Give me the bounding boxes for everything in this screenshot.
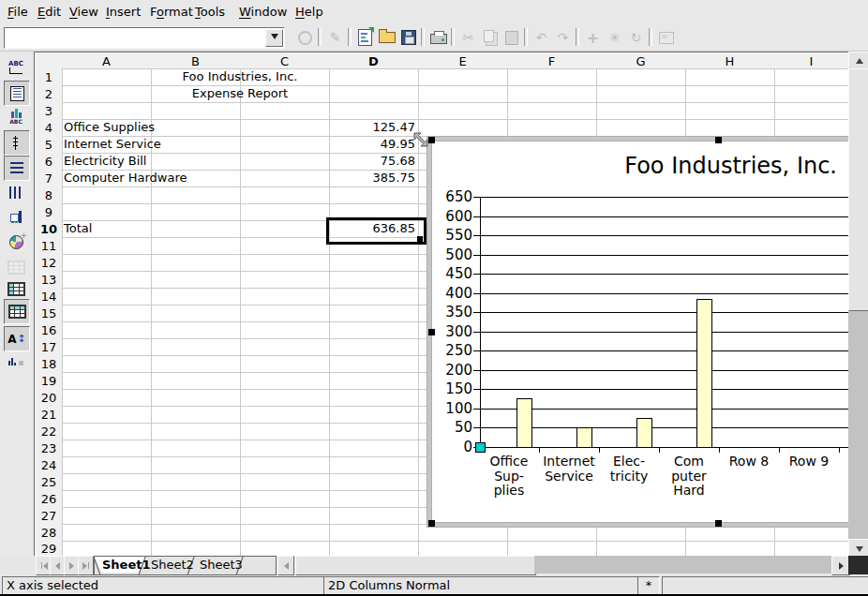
column-header-B[interactable]: B	[151, 52, 241, 70]
row-header-28[interactable]: 28	[34, 524, 64, 542]
bar-elec-tricity[interactable]	[636, 418, 652, 448]
y-axis-line[interactable]	[480, 197, 481, 448]
column-header-E[interactable]: E	[418, 52, 508, 70]
scroll-up-button[interactable]	[848, 52, 868, 70]
column-header-F[interactable]: F	[507, 52, 597, 70]
bar-internet-service[interactable]	[576, 427, 592, 448]
mini-chart-icon[interactable]	[4, 350, 28, 373]
category-label-2[interactable]: Internet Service	[539, 454, 599, 484]
horizontal-scrollbar-thumb[interactable]	[295, 556, 536, 575]
menu-window[interactable]: Window	[239, 0, 287, 23]
table-icon[interactable]	[4, 256, 28, 279]
bar-style-icon[interactable]	[4, 205, 28, 229]
active-cell-border[interactable]	[326, 217, 427, 245]
column-header-G[interactable]: G	[596, 52, 686, 70]
axis-ticks-icon[interactable]	[4, 130, 30, 156]
cell-D4[interactable]: 125.47	[329, 119, 415, 136]
cell-A7[interactable]: Computer Hardware	[64, 170, 187, 186]
row-header-10[interactable]: 10	[34, 220, 64, 238]
row-header-27[interactable]: 27	[34, 507, 64, 525]
row-header-23[interactable]: 23	[34, 440, 64, 457]
chart-title[interactable]: Foo Industries, Inc.	[624, 153, 837, 179]
row-header-15[interactable]: 15	[34, 305, 64, 322]
font-size-icon[interactable]: A↕	[4, 326, 30, 351]
menu-help[interactable]: Help	[295, 0, 323, 23]
vertical-scrollbar[interactable]	[848, 52, 868, 556]
chart-selection-handle-3[interactable]	[428, 329, 435, 335]
pie-wizard-icon[interactable]: +	[4, 231, 28, 254]
cell-B2[interactable]: Expense Report	[151, 85, 329, 102]
horizontal-scrollbar-track[interactable]	[534, 556, 831, 574]
stop-icon[interactable]	[294, 27, 316, 48]
tab-sheet2[interactable]: Sheet2	[151, 557, 192, 574]
copy-icon[interactable]	[479, 27, 501, 48]
row-header-12[interactable]: 12	[34, 254, 64, 272]
row-header-4[interactable]: 4	[34, 119, 64, 137]
select-all-corner[interactable]	[34, 52, 64, 70]
column-header-A[interactable]: A	[62, 52, 152, 70]
row-header-18[interactable]: 18	[34, 355, 64, 373]
x-axis-selection-handle[interactable]	[475, 442, 486, 453]
chart-selection-handle-4[interactable]	[428, 520, 435, 527]
bar-com-puter-hard[interactable]	[696, 299, 712, 448]
cell-B1[interactable]: Foo Industries, Inc.	[151, 68, 329, 85]
cell-A6[interactable]: Electricity Bill	[64, 153, 146, 170]
tab-sheet3[interactable]: Sheet3	[200, 557, 241, 574]
cell-A10[interactable]: Total	[64, 220, 92, 237]
row-header-3[interactable]: 3	[34, 102, 64, 120]
row-header-8[interactable]: 8	[34, 186, 64, 204]
chart-labels-icon[interactable]: ABC	[4, 105, 28, 128]
menu-view[interactable]: View	[69, 0, 98, 23]
row-header-2[interactable]: 2	[34, 85, 64, 103]
tab-last-button[interactable]	[78, 556, 94, 575]
undo-icon[interactable]: ↶	[531, 27, 552, 48]
row-header-13[interactable]: 13	[34, 271, 64, 289]
category-label-4[interactable]: Com puter Hard	[659, 454, 719, 499]
category-label-3[interactable]: Elec- tricity	[599, 454, 659, 484]
frame-icon[interactable]	[655, 27, 677, 48]
cell-A5[interactable]: Internet Service	[64, 136, 161, 153]
scroll-right-button[interactable]	[831, 556, 850, 575]
row-header-17[interactable]: 17	[34, 338, 64, 356]
menu-file[interactable]: File	[7, 0, 28, 23]
save-icon[interactable]	[397, 27, 419, 48]
row-header-16[interactable]: 16	[34, 321, 64, 339]
h-gridlines-icon[interactable]	[4, 156, 30, 181]
row-header-25[interactable]: 25	[34, 473, 64, 491]
row-header-14[interactable]: 14	[34, 288, 64, 305]
legend-icon[interactable]	[4, 81, 30, 106]
name-box-input[interactable]	[6, 29, 268, 47]
tab-scroll-left-button[interactable]	[277, 556, 294, 575]
row-header-19[interactable]: 19	[34, 372, 64, 390]
row-header-11[interactable]: 11	[34, 237, 64, 255]
column-header-C[interactable]: C	[240, 52, 330, 70]
menu-insert[interactable]: Insert	[106, 0, 141, 23]
row-header-7[interactable]: 7	[34, 170, 64, 187]
redo-icon[interactable]: ↷	[552, 27, 574, 48]
paste-icon[interactable]	[501, 27, 522, 48]
print-icon[interactable]	[427, 27, 449, 48]
chart-selection-handle-2[interactable]	[715, 137, 722, 143]
cell-D7[interactable]: 385.75	[329, 170, 415, 186]
bar-office-sup-plies[interactable]	[516, 398, 532, 448]
vertical-scrollbar-thumb[interactable]	[848, 68, 868, 311]
row-header-1[interactable]: 1	[34, 68, 64, 86]
chart-selection-handle-5[interactable]	[715, 520, 722, 527]
column-header-I[interactable]: I	[774, 52, 849, 70]
cell-A4[interactable]: Office Supplies	[64, 119, 155, 136]
row-header-26[interactable]: 26	[34, 490, 64, 508]
menu-tools[interactable]: Tools	[195, 0, 225, 23]
revert-icon[interactable]: ↻	[625, 27, 647, 48]
v-gridlines-icon[interactable]	[4, 181, 28, 204]
cell-D5[interactable]: 49.95	[329, 136, 415, 153]
cut-icon[interactable]: ✂	[457, 27, 479, 48]
tab-sheet1[interactable]: Sheet1	[102, 557, 143, 574]
new-icon[interactable]	[354, 27, 376, 48]
menu-format[interactable]: Format	[150, 0, 193, 23]
column-header-H[interactable]: H	[685, 52, 775, 70]
row-header-6[interactable]: 6	[34, 153, 64, 171]
menu-edit[interactable]: Edit	[37, 0, 61, 23]
move-icon[interactable]: +	[582, 27, 604, 48]
edit-icon[interactable]: ✎	[324, 27, 346, 48]
sparkle-icon[interactable]: ✳	[604, 27, 625, 48]
